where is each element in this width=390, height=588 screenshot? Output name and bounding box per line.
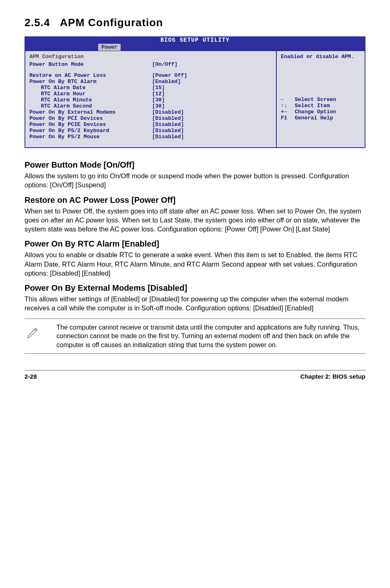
bios-row: Power On By External Modems [Disabled] <box>29 109 272 115</box>
subsection-heading: Power On By External Modems [Disabled] <box>25 283 365 293</box>
plus-minus-icon: +- <box>281 109 295 115</box>
bios-setting-value: [Enabled] <box>152 79 181 85</box>
page-footer: 2-28 Chapter 2: BIOS setup <box>25 370 365 380</box>
subsection-body: When set to Power Off, the system goes i… <box>25 206 365 234</box>
bios-screenshot: BIOS SETUP UTILITY Power APM Configurati… <box>25 36 365 148</box>
bios-left-pane: APM Configuration Power Button Mode [On/… <box>25 51 277 147</box>
bios-nav-text: Select Item <box>295 103 330 109</box>
bios-setting-value: [Disabled] <box>152 109 184 115</box>
section-number: 2.5.4 <box>25 16 50 29</box>
bios-nav-row: +- Change Option <box>281 109 361 115</box>
bios-help-text: Enabled or disable APM. <box>281 54 361 60</box>
pencil-icon <box>26 323 47 341</box>
bios-setting-value: [On/Off] <box>152 61 177 67</box>
section-title: 2.5.4 APM Configuration <box>25 16 365 29</box>
bios-row: Power On By RTC Alarm [Enabled] <box>29 79 272 85</box>
bios-setting-label: Power On By PCI Devices <box>29 115 152 121</box>
subsection-body: Allows you to enable or disable RTC to g… <box>25 250 365 278</box>
bios-setting-label: Restore on AC Power Loss <box>29 72 152 79</box>
bios-setting-value: [Disabled] <box>152 121 184 128</box>
bios-row: Power Button Mode [On/Off] <box>29 61 272 67</box>
bios-nav-text: Select Screen <box>295 97 336 103</box>
section-name: APM Configuration <box>60 16 163 29</box>
f1-key-icon: F1 <box>281 115 295 121</box>
bios-setting-label: Power On By PS/2 Mouse <box>29 134 152 140</box>
subsection-heading: Power Button Mode [On/Off] <box>25 160 365 170</box>
bios-setting-label: RTC Alarm Hour <box>29 91 152 97</box>
chapter-label: Chapter 2: BIOS setup <box>300 373 365 380</box>
bios-tab-power: Power <box>98 44 121 51</box>
bios-nav-row: ↑↓ Select Item <box>281 103 361 109</box>
bios-row: Restore on AC Power Loss [Power Off] <box>29 72 272 79</box>
bios-nav-text: General Help <box>295 115 333 121</box>
bios-row: RTC Alarm Hour [12] <box>29 91 272 97</box>
note-text: The computer cannot receive or transmit … <box>56 323 364 350</box>
bios-setting-label: RTC Alarm Date <box>29 85 152 91</box>
bios-body: APM Configuration Power Button Mode [On/… <box>25 51 365 148</box>
left-arrow-icon: ← <box>281 97 295 103</box>
subsection-body: This allows either settings of [Enabled]… <box>25 294 365 313</box>
bios-setting-value: [12] <box>152 91 165 97</box>
bios-setting-value: [Disabled] <box>152 115 184 121</box>
bios-setting-value: [15] <box>152 85 165 91</box>
bios-nav-row: F1 General Help <box>281 115 361 121</box>
bios-row: RTC Alarm Date [15] <box>29 85 272 91</box>
note-box: The computer cannot receive or transmit … <box>25 319 365 354</box>
bios-setting-value: [Disabled] <box>152 134 184 140</box>
bios-nav-text: Change Option <box>295 109 336 115</box>
subsection-body: Allows the system to go into On/Off mode… <box>25 171 365 190</box>
bios-row: Power On By PS/2 Keyboard [Disabled] <box>29 128 272 134</box>
bios-right-pane: Enabled or disable APM. ← Select Screen … <box>277 51 365 147</box>
bios-row: Power On By PCI Devices [Disabled] <box>29 115 272 121</box>
page-number: 2-28 <box>25 373 37 380</box>
bios-row: RTC Alarm Minute [30] <box>29 97 272 103</box>
bios-setting-label: RTC Alarm Minute <box>29 97 152 103</box>
bios-setting-value: [30] <box>152 97 165 103</box>
bios-setting-label: Power On By External Modems <box>29 109 152 115</box>
subsection-heading: Power On By RTC Alarm [Enabled] <box>25 239 365 249</box>
bios-setting-label: RTC Alarm Second <box>29 103 152 109</box>
bios-nav-row: ← Select Screen <box>281 97 361 103</box>
subsection-heading: Restore on AC Power Loss [Power Off] <box>25 195 365 205</box>
bios-setting-value: [Disabled] <box>152 128 184 134</box>
bios-nav-help: ← Select Screen ↑↓ Select Item +- Change… <box>281 97 361 121</box>
bios-pane-heading: APM Configuration <box>29 54 272 60</box>
bios-tab-bar: Power <box>25 44 365 51</box>
bios-setting-label: Power On By PS/2 Keyboard <box>29 128 152 134</box>
bios-row: Power On By PCIE Devices [Disabled] <box>29 121 272 128</box>
bios-row: RTC Alarm Second [30] <box>29 103 272 109</box>
bios-setting-label: Power On By RTC Alarm <box>29 79 152 85</box>
bios-setting-label: Power Button Mode <box>29 61 152 67</box>
bios-utility-title: BIOS SETUP UTILITY <box>25 36 365 44</box>
updown-arrow-icon: ↑↓ <box>281 103 295 109</box>
bios-setting-value: [Power Off] <box>152 72 187 79</box>
bios-row: Power On By PS/2 Mouse [Disabled] <box>29 134 272 140</box>
bios-setting-label: Power On By PCIE Devices <box>29 121 152 128</box>
bios-setting-value: [30] <box>152 103 165 109</box>
